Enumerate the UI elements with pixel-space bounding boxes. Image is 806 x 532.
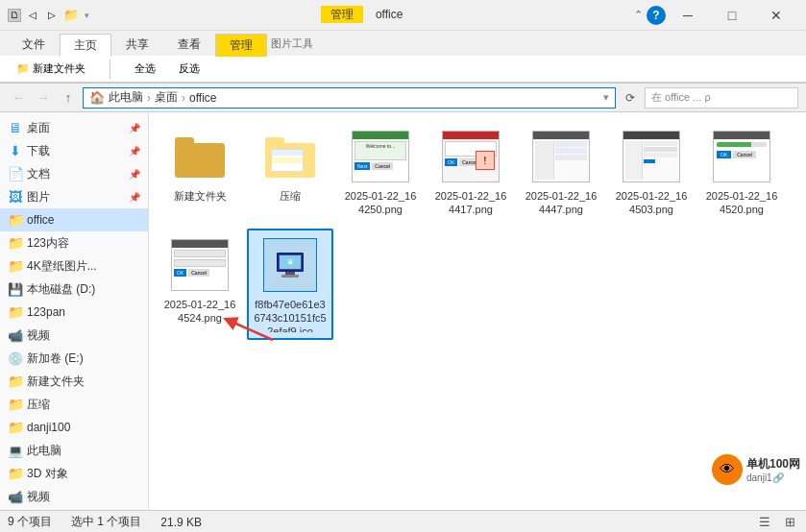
sidebar-label-office: office — [27, 213, 54, 227]
sidebar-label-new-folder: 新建文件夹 — [27, 374, 85, 390]
path-dropdown[interactable]: ▾ — [603, 91, 609, 104]
sidebar-item-images[interactable]: 🖼 图片 📌 — [0, 185, 148, 208]
sidebar: 🖥 桌面 📌 ⬇ 下载 📌 📄 文档 📌 🖼 图片 📌 📁 office 📁 1… — [0, 112, 149, 510]
up-button[interactable]: ↑ — [58, 87, 79, 109]
path-desktop[interactable]: 桌面 — [155, 89, 178, 106]
sidebar-label-danji: danji100 — [27, 421, 70, 434]
status-right: ☰ ⊞ — [756, 514, 798, 531]
desktop-icon: 🖥 — [8, 120, 23, 135]
view-list-button[interactable]: ☰ — [756, 514, 773, 531]
file-name-zip: 压缩 — [280, 189, 301, 203]
folder-icon-tb: 📁 — [63, 8, 79, 23]
back-icon-tb: ◁ — [25, 8, 40, 23]
sidebar-item-docs[interactable]: 📄 文档 📌 — [0, 162, 148, 185]
sidebar-item-desktop[interactable]: 🖥 桌面 📌 — [0, 116, 148, 139]
folder-123-icon: 📁 — [8, 235, 23, 251]
status-selected: 选中 1 个项目 — [71, 514, 141, 530]
file-name-png2: 2025-01-22_164417.png — [433, 189, 508, 217]
file-thumb-png2: OK Cancel ! — [442, 128, 500, 185]
ribbon-tab-row: 文件 主页 共享 查看 管理 图片工具 — [0, 31, 806, 56]
video2-icon: 📹 — [8, 489, 23, 504]
sidebar-item-3d[interactable]: 📁 3D 对象 — [0, 462, 148, 485]
path-office[interactable]: office — [189, 91, 216, 105]
ribbon-group-select: 全选 反选 — [126, 59, 208, 79]
file-item-png5[interactable]: OK Cancel 2025-01-22_164520.png — [698, 120, 785, 225]
file-item-new-folder[interactable]: 新建文件夹 — [157, 120, 243, 225]
back-button[interactable]: ← — [8, 87, 29, 109]
window-title: 管理 office — [89, 7, 634, 23]
tab-file[interactable]: 文件 — [8, 33, 60, 56]
file-thumb-png5: OK Cancel — [713, 128, 770, 185]
sidebar-label-docs: 文档 — [27, 166, 50, 182]
usb-icon: 💿 — [8, 351, 23, 366]
path-computer[interactable]: 此电脑 — [109, 89, 143, 106]
sidebar-item-video2[interactable]: 📹 视频 — [0, 485, 148, 508]
sidebar-item-new-vol[interactable]: 💿 新加卷 (E:) — [0, 347, 148, 370]
view-grid-button[interactable]: ⊞ — [781, 514, 798, 531]
quick-access-icon: 🗋 — [8, 9, 21, 22]
file-item-png3[interactable]: 2025-01-22_164447.png — [518, 120, 604, 225]
images-icon: 🖼 — [8, 189, 23, 205]
file-item-png1[interactable]: Welcome to... Next Cancel 2025-01-22_164… — [337, 120, 424, 225]
video-icon: 📹 — [8, 327, 23, 343]
main-area: 🖥 桌面 📌 ⬇ 下载 📌 📄 文档 📌 🖼 图片 📌 📁 office 📁 1… — [0, 112, 806, 510]
file-item-png4[interactable]: 2025-01-22_164503.png — [608, 120, 695, 225]
sidebar-item-danji[interactable]: 📁 danji100 — [0, 416, 148, 439]
download-icon: ⬇ — [8, 143, 23, 158]
danji-icon: 📁 — [8, 420, 23, 435]
help-button[interactable]: ? — [647, 6, 666, 25]
sidebar-label-123pan: 123pan — [27, 305, 65, 319]
title-bar: 🗋 ◁ ▷ 📁 ▾ 管理 office ⌃ ? ─ □ ✕ — [0, 0, 806, 31]
sidebar-item-computer[interactable]: 💻 此电脑 — [0, 439, 148, 462]
file-name-new-folder: 新建文件夹 — [174, 189, 227, 203]
file-item-zip[interactable]: 压缩 — [247, 120, 333, 225]
tab-manage[interactable]: 管理 — [215, 34, 267, 57]
sidebar-item-123[interactable]: 📁 123内容 — [0, 231, 148, 254]
tab-share[interactable]: 共享 — [111, 33, 163, 56]
sidebar-label-images: 图片 — [27, 189, 50, 206]
sidebar-item-new-folder[interactable]: 📁 新建文件夹 — [0, 370, 148, 393]
sidebar-label-4k: 4K壁纸图片... — [27, 258, 97, 275]
forward-button[interactable]: → — [33, 87, 54, 109]
picture-tools-label: 图片工具 — [271, 36, 313, 51]
minimize-button[interactable]: ─ — [666, 0, 710, 31]
office-folder-icon: 📁 — [8, 212, 23, 228]
file-item-ico[interactable]: 🖥 f8fb47e0e61e36743c10151fc52efaf9.ico — [247, 229, 333, 340]
pin-desktop: 📌 — [129, 123, 140, 133]
search-box[interactable]: 在 office ... ρ — [645, 87, 798, 109]
sidebar-item-video[interactable]: 📹 视频 — [0, 324, 148, 347]
select-all-btn[interactable]: 全选 — [126, 59, 164, 79]
file-thumb-ico: 🖥 — [261, 236, 319, 294]
file-item-png6[interactable]: OK Cancel 2025-01-22_164524.png — [157, 229, 243, 340]
sidebar-item-images2[interactable]: 🖼 图片 — [0, 508, 148, 510]
sidebar-label-3d: 3D 对象 — [27, 466, 68, 482]
computer-icon: 💻 — [8, 443, 23, 458]
invert-select-btn[interactable]: 反选 — [170, 59, 208, 79]
file-name-png1: 2025-01-22_164250.png — [343, 189, 418, 217]
file-thumb-png4 — [623, 128, 680, 185]
new-folder-btn[interactable]: 📁 新建文件夹 — [8, 59, 94, 79]
sidebar-label-download: 下载 — [27, 143, 50, 159]
pin-docs: 📌 — [129, 169, 140, 180]
close-button[interactable]: ✕ — [754, 0, 798, 31]
status-bar: 9 个项目 选中 1 个项目 21.9 KB ☰ ⊞ — [0, 510, 806, 532]
sidebar-item-download[interactable]: ⬇ 下载 📌 — [0, 139, 148, 162]
refresh-button[interactable]: ⟳ — [620, 87, 641, 109]
sidebar-item-office[interactable]: 📁 office — [0, 208, 148, 231]
folder-zip-icon: 📁 — [8, 397, 23, 412]
ribbon-group-new: 📁 新建文件夹 — [8, 59, 94, 79]
file-thumb-new-folder — [171, 128, 229, 185]
file-grid: 新建文件夹 压缩 — [157, 120, 798, 340]
file-item-png2[interactable]: OK Cancel ! 2025-01-22_164417.png — [427, 120, 514, 225]
sidebar-item-123pan[interactable]: 📁 123pan — [0, 301, 148, 324]
sidebar-item-4k[interactable]: 📁 4K壁纸图片... — [0, 254, 148, 278]
maximize-button[interactable]: □ — [710, 0, 754, 31]
sidebar-item-hdd[interactable]: 💾 本地磁盘 (D:) — [0, 278, 148, 301]
expand-ribbon[interactable]: ⌃ — [634, 9, 643, 21]
file-name-png5: 2025-01-22_164520.png — [704, 189, 779, 217]
folder-4k-icon: 📁 — [8, 258, 23, 274]
address-path[interactable]: 🏠 此电脑 › 桌面 › office ▾ — [83, 87, 616, 109]
sidebar-item-zip[interactable]: 📁 压缩 — [0, 393, 148, 416]
tab-home[interactable]: 主页 — [60, 34, 111, 57]
tab-view[interactable]: 查看 — [163, 33, 215, 56]
